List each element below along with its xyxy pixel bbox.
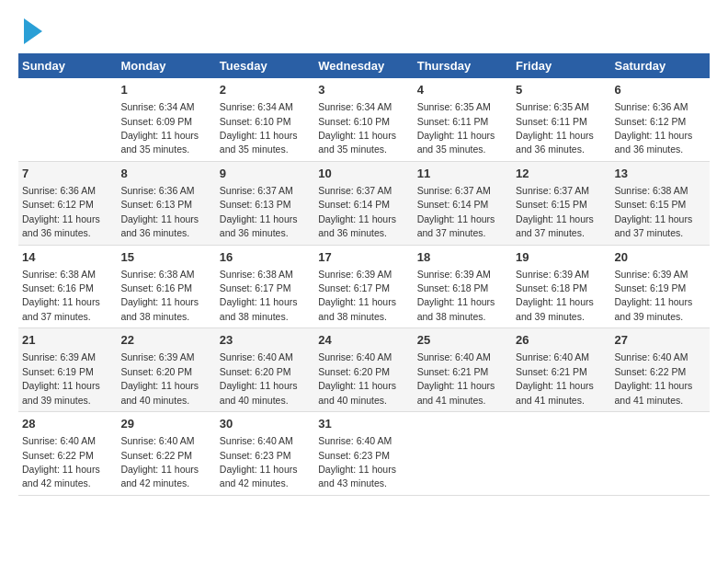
daylight-text: Daylight: 11 hours and 36 minutes. xyxy=(22,213,100,238)
sunset-text: Sunset: 6:13 PM xyxy=(120,199,192,210)
calendar-cell: 19Sunrise: 6:39 AMSunset: 6:18 PMDayligh… xyxy=(512,245,610,328)
sunset-text: Sunset: 6:10 PM xyxy=(318,116,390,127)
sunrise-text: Sunrise: 6:35 AM xyxy=(417,101,491,112)
day-number: 25 xyxy=(417,332,508,349)
sunrise-text: Sunrise: 6:37 AM xyxy=(516,185,589,196)
daylight-text: Daylight: 11 hours and 39 minutes. xyxy=(22,380,100,405)
sunset-text: Sunset: 6:23 PM xyxy=(318,450,390,461)
day-number: 20 xyxy=(615,249,706,266)
daylight-text: Daylight: 11 hours and 38 minutes. xyxy=(220,296,298,321)
sunset-text: Sunset: 6:17 PM xyxy=(220,282,291,293)
sunset-text: Sunset: 6:20 PM xyxy=(220,366,291,377)
daylight-text: Daylight: 11 hours and 37 minutes. xyxy=(516,213,594,238)
sunrise-text: Sunrise: 6:36 AM xyxy=(22,185,96,196)
daylight-text: Daylight: 11 hours and 36 minutes. xyxy=(516,130,594,155)
sunset-text: Sunset: 6:12 PM xyxy=(615,116,687,127)
calendar-cell: 13Sunrise: 6:38 AMSunset: 6:15 PMDayligh… xyxy=(611,161,710,245)
daylight-text: Daylight: 11 hours and 37 minutes. xyxy=(22,296,100,321)
daylight-text: Daylight: 11 hours and 42 minutes. xyxy=(220,464,298,488)
daylight-text: Daylight: 11 hours and 35 minutes. xyxy=(120,130,199,155)
day-number: 28 xyxy=(22,416,113,432)
daylight-text: Daylight: 11 hours and 37 minutes. xyxy=(615,213,693,238)
sunrise-text: Sunrise: 6:37 AM xyxy=(318,185,392,196)
calendar-week-2: 7Sunrise: 6:36 AMSunset: 6:12 PMDaylight… xyxy=(18,161,710,245)
sunrise-text: Sunrise: 6:39 AM xyxy=(417,269,491,280)
daylight-text: Daylight: 11 hours and 37 minutes. xyxy=(417,213,495,238)
daylight-text: Daylight: 11 hours and 36 minutes. xyxy=(120,213,199,238)
calendar-cell: 2Sunrise: 6:34 AMSunset: 6:10 PMDaylight… xyxy=(216,78,314,161)
calendar-cell: 24Sunrise: 6:40 AMSunset: 6:20 PMDayligh… xyxy=(314,328,413,412)
sunrise-text: Sunrise: 6:40 AM xyxy=(417,351,491,362)
day-header-thursday: Thursday xyxy=(414,53,512,78)
sunrise-text: Sunrise: 6:40 AM xyxy=(318,351,392,362)
calendar-week-1: 1Sunrise: 6:34 AMSunset: 6:09 PMDaylight… xyxy=(18,78,710,161)
day-number: 18 xyxy=(417,249,508,266)
sunset-text: Sunset: 6:15 PM xyxy=(615,199,687,210)
sunrise-text: Sunrise: 6:40 AM xyxy=(318,435,392,446)
sunrise-text: Sunrise: 6:34 AM xyxy=(318,101,392,112)
day-number: 13 xyxy=(615,166,706,182)
daylight-text: Daylight: 11 hours and 40 minutes. xyxy=(220,380,298,405)
daylight-text: Daylight: 11 hours and 38 minutes. xyxy=(417,296,495,321)
sunrise-text: Sunrise: 6:37 AM xyxy=(417,185,491,196)
day-number: 2 xyxy=(220,82,311,98)
day-number: 21 xyxy=(22,332,113,349)
day-number: 3 xyxy=(318,82,409,98)
day-header-monday: Monday xyxy=(117,53,215,78)
calendar-cell xyxy=(414,412,512,496)
sunset-text: Sunset: 6:18 PM xyxy=(417,282,489,293)
sunset-text: Sunset: 6:16 PM xyxy=(22,282,94,293)
daylight-text: Daylight: 11 hours and 39 minutes. xyxy=(615,296,693,321)
calendar-cell: 8Sunrise: 6:36 AMSunset: 6:13 PMDaylight… xyxy=(117,161,215,245)
sunrise-text: Sunrise: 6:38 AM xyxy=(615,185,688,196)
sunset-text: Sunset: 6:18 PM xyxy=(516,282,587,293)
sunrise-text: Sunrise: 6:34 AM xyxy=(120,101,194,112)
sunrise-text: Sunrise: 6:38 AM xyxy=(220,269,293,280)
day-number: 11 xyxy=(417,166,508,182)
sunset-text: Sunset: 6:15 PM xyxy=(516,199,587,210)
calendar-cell: 29Sunrise: 6:40 AMSunset: 6:22 PMDayligh… xyxy=(117,412,215,496)
daylight-text: Daylight: 11 hours and 35 minutes. xyxy=(220,130,298,155)
logo-arrow-icon xyxy=(24,18,42,44)
sunset-text: Sunset: 6:19 PM xyxy=(22,366,94,377)
sunset-text: Sunset: 6:21 PM xyxy=(417,366,489,377)
calendar-cell: 7Sunrise: 6:36 AMSunset: 6:12 PMDaylight… xyxy=(18,161,117,245)
calendar-week-4: 21Sunrise: 6:39 AMSunset: 6:19 PMDayligh… xyxy=(18,328,710,412)
sunrise-text: Sunrise: 6:39 AM xyxy=(120,351,194,362)
day-number: 19 xyxy=(516,249,607,266)
sunrise-text: Sunrise: 6:38 AM xyxy=(120,269,194,280)
calendar-cell: 23Sunrise: 6:40 AMSunset: 6:20 PMDayligh… xyxy=(216,328,314,412)
daylight-text: Daylight: 11 hours and 40 minutes. xyxy=(120,380,199,405)
day-header-sunday: Sunday xyxy=(18,53,117,78)
day-number: 7 xyxy=(22,166,113,182)
logo xyxy=(18,18,42,44)
daylight-text: Daylight: 11 hours and 38 minutes. xyxy=(120,296,199,321)
sunset-text: Sunset: 6:22 PM xyxy=(615,366,687,377)
calendar-week-5: 28Sunrise: 6:40 AMSunset: 6:22 PMDayligh… xyxy=(18,412,710,496)
page-header xyxy=(18,18,710,44)
calendar-cell: 18Sunrise: 6:39 AMSunset: 6:18 PMDayligh… xyxy=(414,245,512,328)
daylight-text: Daylight: 11 hours and 36 minutes. xyxy=(615,130,693,155)
calendar-cell: 4Sunrise: 6:35 AMSunset: 6:11 PMDaylight… xyxy=(414,78,512,161)
day-number: 9 xyxy=(220,166,311,182)
sunset-text: Sunset: 6:17 PM xyxy=(318,282,390,293)
calendar-cell: 11Sunrise: 6:37 AMSunset: 6:14 PMDayligh… xyxy=(414,161,512,245)
day-number: 23 xyxy=(220,332,311,349)
sunset-text: Sunset: 6:22 PM xyxy=(22,450,94,461)
calendar-cell: 12Sunrise: 6:37 AMSunset: 6:15 PMDayligh… xyxy=(512,161,610,245)
day-number: 6 xyxy=(615,82,706,98)
day-number: 31 xyxy=(318,416,409,432)
sunset-text: Sunset: 6:19 PM xyxy=(615,282,687,293)
calendar-cell xyxy=(611,412,710,496)
calendar-cell: 14Sunrise: 6:38 AMSunset: 6:16 PMDayligh… xyxy=(18,245,117,328)
day-number: 30 xyxy=(220,416,311,432)
calendar-body: 1Sunrise: 6:34 AMSunset: 6:09 PMDaylight… xyxy=(18,78,710,495)
daylight-text: Daylight: 11 hours and 35 minutes. xyxy=(318,130,396,155)
sunrise-text: Sunrise: 6:36 AM xyxy=(120,185,194,196)
day-number: 15 xyxy=(120,249,211,266)
sunrise-text: Sunrise: 6:35 AM xyxy=(516,101,589,112)
day-number: 4 xyxy=(417,82,508,98)
day-number: 12 xyxy=(516,166,607,182)
sunrise-text: Sunrise: 6:40 AM xyxy=(22,435,96,446)
day-number: 8 xyxy=(120,166,211,182)
